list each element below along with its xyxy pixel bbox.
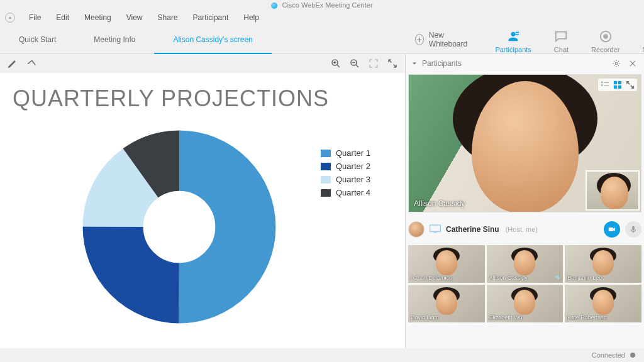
svg-point-3: [603, 34, 608, 38]
fullscreen-button[interactable]: [386, 57, 399, 70]
participant-thumbnail[interactable]: David Liam: [408, 285, 485, 322]
participant-thumbnail[interactable]: Benjamin Lee: [565, 245, 641, 283]
legend-item: Quarter 3: [321, 175, 370, 184]
menu-help[interactable]: Help: [236, 13, 267, 22]
participants-panel: Participants Allison Cassidy Catherine S…: [405, 54, 644, 348]
tab-quick-start[interactable]: Quick Start: [0, 25, 75, 53]
sharing-screen-icon: [430, 224, 441, 235]
content-tabs: Quick Start Meeting Info Alison Cassidy'…: [0, 25, 402, 53]
panel-chat-button[interactable]: Chat: [554, 30, 569, 53]
svg-rect-26: [614, 81, 617, 84]
menu-meeting[interactable]: Meeting: [77, 13, 119, 22]
participant-thumbnail[interactable]: Kate Robertson: [565, 285, 641, 322]
svg-point-19: [615, 62, 618, 65]
zoom-in-button[interactable]: [330, 57, 342, 70]
annotate-pencil-button[interactable]: [6, 57, 19, 70]
tab-row: Quick Start Meeting Info Alison Cassidy'…: [0, 25, 644, 54]
active-speaker-video[interactable]: Allison Cassidy: [408, 74, 641, 212]
panel-label: Participants: [495, 46, 531, 53]
window-titlebar: Cisco WebEx Meeting Center: [0, 0, 644, 10]
zoom-out-button[interactable]: [348, 57, 361, 70]
participants-title: Participants: [422, 59, 462, 68]
mic-toggle-button[interactable]: [625, 221, 641, 238]
legend-label: Quarter 3: [336, 175, 370, 184]
donut-chart: [82, 129, 277, 326]
video-layout-toggle: [598, 79, 637, 91]
svg-line-13: [356, 65, 359, 68]
close-panel-icon[interactable]: [628, 58, 638, 69]
panel-recorder-button[interactable]: Recorder: [591, 30, 619, 53]
svg-rect-32: [609, 228, 613, 231]
svg-rect-33: [632, 226, 635, 231]
host-row: Catherine Sinu (Host, me): [408, 219, 641, 240]
svg-rect-0: [516, 32, 519, 33]
thumbnail-name: Kate Robertson: [567, 314, 607, 321]
svg-rect-1: [516, 34, 519, 35]
svg-rect-29: [618, 85, 621, 89]
active-speaker-name: Allison Cassidy: [414, 199, 465, 208]
status-dot-icon: [630, 353, 635, 358]
legend-item: Quarter 4: [321, 188, 370, 197]
svg-rect-22: [601, 82, 603, 84]
legend-label: Quarter 1: [336, 148, 370, 158]
svg-rect-27: [618, 81, 621, 84]
host-name: Catherine Sinu: [446, 225, 499, 234]
thumbnail-name: Allison Cassidy: [489, 275, 528, 281]
participants-icon: [506, 30, 520, 43]
participant-thumbnail[interactable]: Adrian Delamico: [408, 245, 485, 283]
webex-logo-icon: [271, 3, 277, 9]
menu-edit[interactable]: Edit: [48, 13, 77, 22]
chat-icon: [554, 30, 568, 43]
connection-status: Connected: [592, 351, 625, 359]
participant-thumbnail[interactable]: Allison Cassidy: [487, 245, 564, 283]
new-whiteboard-label: New Whiteboard: [429, 31, 470, 48]
layout-grid-icon[interactable]: [612, 80, 623, 90]
camera-toggle-button[interactable]: [604, 221, 620, 238]
layout-list-icon[interactable]: [599, 80, 611, 90]
thumbnail-name: David Liam: [411, 314, 439, 321]
shared-screen-pane: QUARTERLY PROJECTIONS Quarter 1Quarter 2…: [0, 54, 405, 348]
collapse-menu-icon[interactable]: [5, 13, 15, 23]
settings-icon[interactable]: [611, 58, 621, 69]
panel-toolbar: Participants Chat Recorder Notes: [482, 25, 644, 53]
legend-swatch: [321, 150, 331, 157]
menu-share[interactable]: Share: [150, 13, 186, 22]
tab-label: Meeting Info: [94, 35, 135, 44]
self-preview-video[interactable]: [586, 170, 640, 211]
speaking-icon: [553, 273, 561, 281]
participant-thumbnail[interactable]: Elizabeth Wu: [487, 285, 564, 322]
menu-file[interactable]: File: [21, 13, 48, 22]
host-avatar: [408, 221, 425, 238]
svg-rect-31: [434, 231, 437, 233]
svg-rect-30: [430, 225, 441, 232]
chart-legend: Quarter 1Quarter 2Quarter 3Quarter 4: [321, 148, 370, 201]
panel-participants-button[interactable]: Participants: [495, 30, 531, 53]
tab-shared-screen[interactable]: Alison Cassidy's screen: [154, 25, 271, 53]
layout-expand-icon[interactable]: [625, 80, 636, 90]
content-area: QUARTERLY PROJECTIONS Quarter 1Quarter 2…: [0, 54, 644, 348]
panel-label: Recorder: [591, 46, 619, 53]
legend-item: Quarter 1: [321, 148, 370, 158]
legend-swatch: [321, 163, 331, 170]
fit-screen-button[interactable]: [367, 57, 380, 70]
legend-label: Quarter 4: [336, 188, 370, 197]
participants-grid: Adrian DelamicoAllison CassidyBenjamin L…: [408, 245, 641, 322]
thumbnail-name: Adrian Delamico: [411, 275, 452, 281]
tab-label: Alison Cassidy's screen: [173, 35, 252, 44]
panel-label: Chat: [554, 46, 569, 53]
new-whiteboard-button[interactable]: + New Whiteboard: [402, 25, 482, 53]
collapse-panel-icon[interactable]: [412, 59, 417, 68]
menu-participant[interactable]: Participant: [186, 13, 236, 22]
host-role: (Host, me): [506, 226, 538, 233]
menu-view[interactable]: View: [119, 13, 150, 22]
tab-meeting-info[interactable]: Meeting Info: [75, 25, 154, 53]
participants-header: Participants: [406, 54, 644, 73]
legend-label: Quarter 2: [336, 162, 370, 171]
annotate-pointer-button[interactable]: [25, 57, 38, 70]
svg-rect-25: [604, 85, 609, 85]
menu-bar: File Edit Meeting View Share Participant…: [0, 10, 644, 25]
legend-swatch: [321, 176, 331, 184]
plus-icon: +: [415, 34, 424, 45]
tab-label: Quick Start: [19, 35, 56, 44]
thumbnail-name: Elizabeth Wu: [489, 314, 523, 321]
